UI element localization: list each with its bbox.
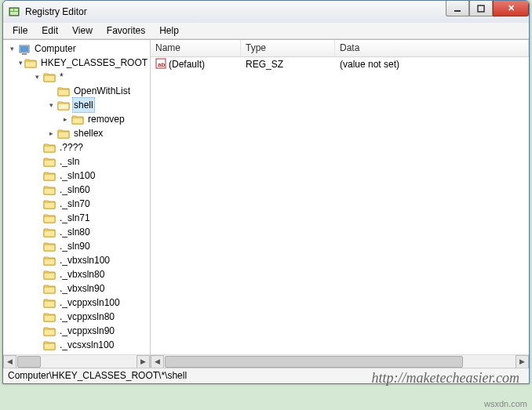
- tree-item-label: ._vbxsln80: [58, 267, 106, 281]
- folder-icon: [43, 241, 56, 252]
- svg-rect-7: [20, 46, 28, 52]
- menu-file[interactable]: File: [6, 24, 34, 38]
- tree-item[interactable]: ._sln: [5, 154, 148, 169]
- folder-icon: [43, 256, 56, 266]
- folder-icon: [57, 129, 70, 139]
- svg-rect-1: [10, 9, 13, 11]
- tree-item[interactable]: ._sln90: [5, 239, 148, 253]
- svg-rect-4: [454, 10, 461, 12]
- scroll-right-icon[interactable]: ▶: [516, 355, 529, 368]
- cell-data: (value not set): [335, 59, 529, 70]
- folder-open-icon: [57, 100, 70, 111]
- col-name[interactable]: Name: [151, 40, 241, 56]
- expand-icon[interactable]: ▸: [61, 115, 70, 124]
- tree-item[interactable]: ._sln80: [5, 225, 148, 239]
- tree-item-label: ._sln70: [58, 197, 92, 211]
- folder-icon: [71, 114, 84, 125]
- computer-icon: [18, 44, 31, 54]
- tree-item[interactable]: ._vcsxsln100: [5, 338, 148, 352]
- tree-item[interactable]: ▾Computer: [5, 42, 148, 56]
- tree-item-label: ._vbxsln100: [58, 253, 111, 267]
- svg-rect-3: [10, 12, 18, 15]
- no-toggle: [33, 299, 42, 307]
- cell-name: ab(Default): [151, 58, 241, 71]
- scroll-thumb[interactable]: [165, 356, 463, 368]
- no-toggle: [33, 270, 42, 279]
- tree-item-label: shell: [72, 97, 95, 113]
- list-row[interactable]: ab(Default)REG_SZ(value not set): [151, 57, 529, 71]
- svg-rect-5: [478, 5, 484, 12]
- tree-hscrollbar[interactable]: ◀ ▶: [3, 354, 150, 368]
- tree-item-label: removep: [86, 112, 126, 126]
- tree-item-label: ._sln60: [58, 183, 92, 197]
- app-icon: [8, 5, 20, 18]
- tree-item-label: .????: [58, 140, 85, 154]
- no-toggle: [33, 200, 42, 209]
- menu-view[interactable]: View: [66, 24, 99, 38]
- collapse-icon[interactable]: ▾: [8, 45, 16, 53]
- titlebar[interactable]: Registry Editor ✕: [3, 1, 529, 23]
- folder-icon: [43, 340, 56, 350]
- tree-item[interactable]: ▾*: [5, 70, 148, 84]
- collapse-icon[interactable]: ▾: [33, 73, 42, 82]
- tree-item[interactable]: ._vcppxsln80: [5, 310, 148, 324]
- tree-item[interactable]: OpenWithList: [5, 84, 148, 98]
- tree-item-label: ._sln71: [58, 211, 92, 225]
- minimize-button[interactable]: [446, 1, 469, 16]
- string-value-icon: ab: [155, 58, 166, 71]
- tree-item-label: Computer: [33, 42, 78, 56]
- folder-icon: [43, 143, 56, 153]
- tree-item-label: shellex: [72, 126, 104, 140]
- client-area: ▾Computer▾HKEY_CLASSES_ROOT▾*OpenWithLis…: [3, 39, 529, 368]
- svg-text:ab: ab: [158, 61, 165, 68]
- tree-item[interactable]: ._vbxsln90: [5, 281, 148, 296]
- tree-item-label: ._sln90: [58, 239, 92, 253]
- registry-editor-window: Registry Editor ✕ File Edit View Favorit…: [2, 0, 530, 384]
- no-toggle: [33, 158, 42, 166]
- collapse-icon[interactable]: ▾: [19, 59, 23, 67]
- tree-item[interactable]: ▸shellex: [5, 126, 148, 140]
- cell-type: REG_SZ: [241, 59, 335, 70]
- list-hscrollbar[interactable]: ◀ ▶: [151, 354, 529, 368]
- folder-icon: [43, 199, 56, 209]
- tree-item[interactable]: ._sln60: [5, 183, 148, 197]
- folder-icon: [43, 185, 56, 195]
- tree-item-label: ._vbxsln90: [58, 281, 106, 296]
- tree-item[interactable]: ▸removep: [5, 112, 148, 126]
- tree-item[interactable]: ._vbxsln80: [5, 267, 148, 281]
- scroll-thumb[interactable]: [17, 356, 41, 368]
- close-button[interactable]: ✕: [493, 1, 529, 16]
- tree-item[interactable]: .????: [5, 140, 148, 154]
- tree-item-label: *: [58, 70, 65, 84]
- folder-icon: [43, 157, 56, 167]
- statusbar: Computer\HKEY_CLASSES_ROOT\*\shell: [3, 368, 529, 383]
- tree-item[interactable]: ._sln70: [5, 197, 148, 211]
- col-type[interactable]: Type: [241, 40, 335, 56]
- no-toggle: [33, 242, 42, 251]
- collapse-icon[interactable]: ▾: [47, 101, 56, 110]
- window-buttons: ✕: [446, 1, 529, 16]
- menu-favorites[interactable]: Favorites: [100, 24, 151, 38]
- tree-item[interactable]: ._sln100: [5, 169, 148, 183]
- tree-item[interactable]: ._vcppxsln100: [5, 296, 148, 310]
- list-body[interactable]: ab(Default)REG_SZ(value not set): [151, 57, 529, 354]
- expand-icon[interactable]: ▸: [47, 129, 56, 138]
- no-toggle: [33, 228, 42, 237]
- col-data[interactable]: Data: [335, 40, 529, 56]
- tree-item[interactable]: ▾shell: [5, 98, 148, 112]
- no-toggle: [33, 143, 42, 152]
- scroll-left-icon[interactable]: ◀: [151, 355, 164, 368]
- no-toggle: [33, 186, 42, 194]
- tree-view[interactable]: ▾Computer▾HKEY_CLASSES_ROOT▾*OpenWithLis…: [3, 40, 150, 354]
- menu-edit[interactable]: Edit: [35, 24, 64, 38]
- tree-item[interactable]: ._vcppxsln90: [5, 324, 148, 338]
- maximize-button[interactable]: [469, 1, 493, 16]
- scroll-left-icon[interactable]: ◀: [3, 355, 16, 368]
- tree-item[interactable]: ._sln71: [5, 211, 148, 225]
- no-toggle: [33, 327, 42, 336]
- tree-item[interactable]: ▾HKEY_CLASSES_ROOT: [5, 56, 148, 70]
- scroll-right-icon[interactable]: ▶: [137, 355, 150, 368]
- tree-item[interactable]: ._vbxsln100: [5, 253, 148, 267]
- menu-help[interactable]: Help: [153, 24, 185, 38]
- folder-icon: [43, 326, 56, 336]
